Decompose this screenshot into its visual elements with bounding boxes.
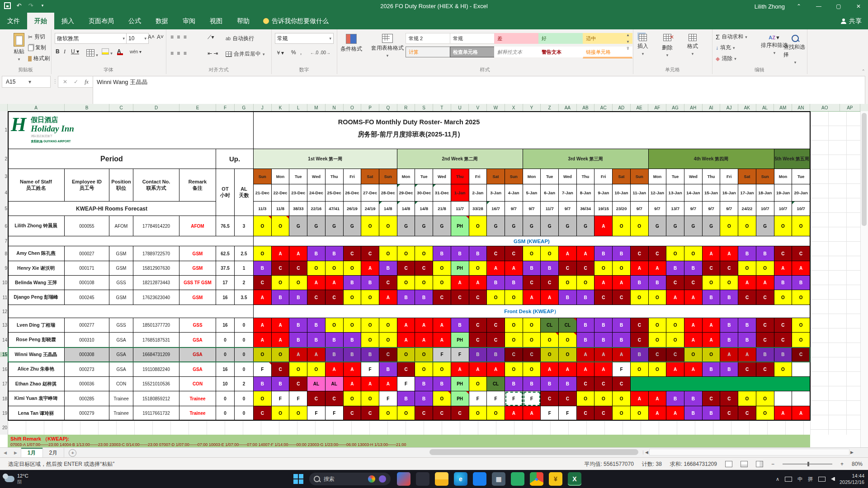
- shift-cell-O[interactable]: O: [344, 391, 362, 406]
- shift-cell-F[interactable]: F: [307, 406, 326, 421]
- staff-pos-cell[interactable]: GSA: [109, 333, 133, 347]
- shift-cell-C[interactable]: C: [487, 333, 505, 347]
- zoom-in-icon[interactable]: +: [840, 461, 844, 467]
- shift-cell-O[interactable]: O: [307, 261, 326, 276]
- shift-cell-A[interactable]: A: [792, 406, 810, 421]
- col-header-AJ[interactable]: AJ: [720, 104, 738, 111]
- shift-cell-O[interactable]: O: [379, 216, 397, 236]
- shift-cell-B[interactable]: B: [344, 276, 362, 290]
- col-header-M[interactable]: M: [307, 104, 326, 111]
- qq-icon[interactable]: [473, 472, 486, 486]
- shift-cell-C[interactable]: C: [289, 261, 307, 276]
- shift-cell-C[interactable]: C: [415, 261, 433, 276]
- col-header-Q[interactable]: Q: [379, 104, 397, 111]
- shift-cell-G[interactable]: G: [649, 216, 667, 236]
- up-header-cell[interactable]: Up.: [216, 149, 254, 169]
- shift-cell-O[interactable]: O: [289, 406, 307, 421]
- shift-cell-C[interactable]: C: [631, 333, 649, 347]
- shift-cell-A[interactable]: A: [703, 246, 721, 261]
- forecast-cell-5[interactable]: 26/19: [344, 202, 362, 216]
- shift-cell-O[interactable]: O: [379, 246, 397, 261]
- shift-cell-C[interactable]: C: [344, 406, 362, 421]
- staff-al-cell[interactable]: 0: [235, 406, 254, 421]
- shift-cell-O[interactable]: O: [720, 276, 738, 290]
- shift-cell-O[interactable]: O: [756, 391, 774, 406]
- normal-view-icon[interactable]: [725, 461, 732, 467]
- staff-al-cell[interactable]: 2: [235, 276, 254, 290]
- shift-cell-A[interactable]: A: [649, 261, 667, 276]
- shift-cell-A[interactable]: A: [756, 276, 774, 290]
- shift-cell-O[interactable]: O: [397, 276, 415, 290]
- section-title-Front Desk (KWEAP）[interactable]: Front Desk (KWEAP）: [254, 305, 810, 318]
- header-al[interactable]: AL天数: [235, 169, 254, 216]
- staff-al-cell[interactable]: 3: [235, 216, 254, 236]
- shift-cell-O[interactable]: O: [505, 333, 523, 347]
- week-band-1st Week 第一周[interactable]: 1st Week 第一周: [254, 149, 397, 169]
- shift-cell-B[interactable]: B: [254, 261, 272, 276]
- day-cell-28[interactable]: Sun: [756, 169, 774, 184]
- shift-cell-B[interactable]: B: [631, 276, 649, 290]
- shift-cell-A[interactable]: A: [738, 347, 756, 362]
- day-cell-11[interactable]: Thu: [451, 169, 469, 184]
- shift-cell-B[interactable]: B: [720, 362, 738, 377]
- shift-cell-C[interactable]: C: [307, 290, 326, 305]
- shift-cell-C[interactable]: C: [577, 377, 595, 391]
- shift-cell-C[interactable]: C: [326, 391, 344, 406]
- new-sheet-button[interactable]: +: [69, 449, 76, 457]
- forecast-cell-27[interactable]: 24/22: [738, 202, 756, 216]
- file-explorer-icon[interactable]: [435, 472, 448, 486]
- date-cell-5-Jan[interactable]: 5-Jan: [523, 184, 541, 202]
- shift-cell-G[interactable]: G: [505, 216, 523, 236]
- shift-cell-O[interactable]: O: [684, 246, 703, 261]
- date-cell-25-Dec[interactable]: 25-Dec: [326, 184, 344, 202]
- shift-cell-B[interactable]: B: [415, 377, 433, 391]
- zoom-level[interactable]: 80%: [852, 461, 863, 467]
- shift-cell-O[interactable]: O: [613, 391, 631, 406]
- shift-cell-O[interactable]: O: [469, 406, 487, 421]
- date-cell-7-Jan[interactable]: 7-Jan: [559, 184, 577, 202]
- shift-cell-B[interactable]: B: [738, 333, 756, 347]
- shift-cell-G[interactable]: G: [541, 216, 559, 236]
- shift-cell-B[interactable]: B: [289, 290, 307, 305]
- staff-al-cell[interactable]: 3.5: [235, 290, 254, 305]
- staff-name-cell[interactable]: Alice Zhu 朱春艳: [8, 362, 65, 377]
- row-header-4[interactable]: 4: [0, 190, 8, 195]
- shift-cell-O[interactable]: O: [559, 347, 577, 362]
- col-header-AC[interactable]: AC: [594, 104, 613, 111]
- shift-cell-O[interactable]: O: [523, 246, 541, 261]
- shift-cell-A[interactable]: A: [774, 406, 793, 421]
- shift-cell-A[interactable]: A: [594, 216, 613, 236]
- shift-cell-B[interactable]: B: [756, 347, 774, 362]
- day-cell-14[interactable]: Sun: [505, 169, 523, 184]
- cell-style-检查单元格[interactable]: 检查单元格: [450, 47, 500, 57]
- row-header-17[interactable]: 17: [0, 381, 8, 386]
- shift-cell-O[interactable]: O: [792, 290, 810, 305]
- staff-pos-cell[interactable]: GSS: [109, 318, 133, 333]
- shift-cell-C[interactable]: C: [720, 261, 738, 276]
- shift-cell-A[interactable]: A: [684, 290, 703, 305]
- forecast-cell-13[interactable]: 16/7: [487, 202, 505, 216]
- staff-remark-cell[interactable]: AFOM: [179, 216, 216, 236]
- date-cell-20-Jan[interactable]: 20-Jan: [792, 184, 810, 202]
- shift-cell-O[interactable]: O: [774, 290, 793, 305]
- shift-cell-B[interactable]: B: [756, 246, 774, 261]
- shift-cell-C[interactable]: C: [344, 246, 362, 261]
- accounting-format-icon[interactable]: ￥▾: [276, 49, 284, 57]
- date-cell-27-Dec[interactable]: 27-Dec: [361, 184, 379, 202]
- shift-cell-C[interactable]: C: [792, 246, 810, 261]
- forecast-cell-22[interactable]: 9/7: [649, 202, 667, 216]
- shift-cell-O[interactable]: O: [469, 377, 487, 391]
- shift-cell-O[interactable]: O: [361, 290, 379, 305]
- shift-cell-A[interactable]: A: [666, 406, 684, 421]
- shift-cell-A[interactable]: A: [307, 276, 326, 290]
- col-header-Z[interactable]: Z: [541, 104, 559, 111]
- date-cell-15-Jan[interactable]: 15-Jan: [703, 184, 721, 202]
- shift-cell-B[interactable]: B: [684, 406, 703, 421]
- shift-cell-B[interactable]: B: [397, 290, 415, 305]
- shift-cell-B[interactable]: B: [505, 276, 523, 290]
- shift-cell-B[interactable]: B: [307, 246, 326, 261]
- shift-cell-C[interactable]: C: [415, 406, 433, 421]
- shift-cell-O[interactable]: O: [344, 318, 362, 333]
- row-header-14[interactable]: 14: [0, 338, 8, 343]
- shift-cell-O[interactable]: O: [703, 347, 721, 362]
